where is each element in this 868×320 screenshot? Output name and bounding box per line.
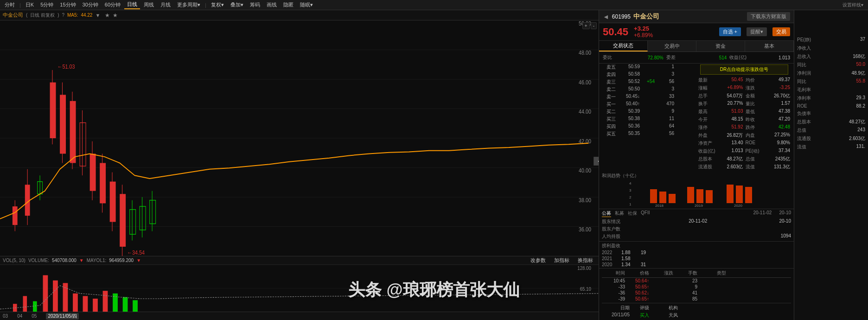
svg-rect-48	[150, 200, 156, 224]
chart-settings-btn[interactable]: 设置样线▾	[840, 1, 866, 9]
toolbar-period-0[interactable]: 分时	[2, 1, 18, 9]
vol-value: 540708.000	[52, 258, 77, 263]
toolbar-period-4[interactable]: 30分钟	[80, 1, 101, 9]
alert-btn[interactable]: 提醒▾	[747, 27, 767, 36]
weica-cell: 委差 514	[665, 54, 728, 61]
financial-header: 捞利盈收	[602, 243, 791, 249]
add-indicator-btn[interactable]: 加指标	[551, 256, 572, 264]
stat-neipan: 内盘 27.25%	[745, 132, 791, 139]
toolbar-ctrl-2[interactable]: 筹码	[247, 1, 263, 9]
toolbar-period-6[interactable]: 日线	[124, 0, 140, 9]
tab-trade-status[interactable]: 交易状态	[599, 41, 648, 51]
ob-sell2: 卖二 50.50 3	[602, 86, 696, 93]
extra-gross-margin: 毛利率	[796, 86, 866, 94]
toolbar-period-7[interactable]: 周线	[141, 1, 157, 9]
sh-tab-social[interactable]: 社保	[628, 210, 637, 217]
toolbar-period-1[interactable]: 日K	[23, 1, 37, 9]
date-2: 05	[32, 314, 37, 319]
tab-basic[interactable]: 基本	[745, 41, 794, 51]
ob-buy5: 买五 50.35 56	[602, 130, 696, 138]
svg-rect-62	[93, 299, 98, 312]
toolbar-period-5[interactable]: 60分钟	[102, 1, 123, 9]
mayol1-value: 964959.200	[109, 258, 134, 263]
svg-rect-65	[123, 297, 128, 312]
svg-rect-44	[130, 210, 136, 234]
svg-text:←34.54: ←34.54	[127, 249, 145, 256]
nav-back-arrow[interactable]: ◄	[603, 13, 609, 20]
date-0: 03	[3, 314, 8, 319]
svg-text:2019: 2019	[695, 204, 703, 208]
chart-ma-arrow: ▼	[95, 13, 100, 18]
svg-rect-74	[650, 189, 657, 203]
extra-total-shares: 总股本 48.27亿	[796, 118, 866, 126]
rt-row-1: -33 50.65↑ 9	[602, 284, 791, 290]
stats-pairs: 最新 50.45 均价 49.37 涨幅 +6.89% 涨跌	[697, 77, 791, 171]
ob-sell5: 卖五 50.59 1	[602, 64, 696, 71]
svg-text:36.00: 36.00	[579, 225, 591, 232]
volume-area: VOL(5, 10) VOLUME: 540708.000 ▼ MAYOL1: …	[0, 256, 599, 312]
sh-tab-private[interactable]: 私募	[615, 210, 624, 217]
svg-rect-22	[25, 185, 30, 216]
rt-row-0: 10:45 50.64↑ 23	[602, 278, 791, 284]
svg-text:1: 1	[629, 202, 632, 206]
svg-rect-75	[659, 192, 666, 203]
svg-rect-81	[736, 186, 743, 203]
chart-ma-value: 44.22	[81, 13, 92, 18]
mayol1-arrow: ▼	[136, 258, 141, 263]
toolbar-ctrl-0[interactable]: 复权▾	[208, 1, 227, 9]
svg-rect-20	[13, 206, 18, 225]
candlestick-svg: 50.00 48.00 46.00 44.00 42.00 40.00 38.0…	[0, 20, 599, 256]
sh-row-perhold: 人均持股 1094	[602, 233, 791, 240]
toolbar-period-9[interactable]: 更多周期▾	[174, 1, 203, 9]
candlestick-chart-wrapper[interactable]: 50.00 48.00 46.00 44.00 42.00 40.00 38.0…	[0, 20, 599, 256]
current-price: 50.45	[603, 26, 628, 38]
change-params-btn[interactable]: 改参数	[528, 256, 549, 264]
news-row-0: 日期 评级 机构	[602, 304, 791, 312]
download-btn[interactable]: 下载东方财富版	[747, 12, 790, 21]
svg-text:38.00: 38.00	[579, 197, 591, 204]
tab-trading[interactable]: 交易中	[648, 41, 696, 51]
toolbar-ctrl-1[interactable]: 叠加▾	[228, 1, 246, 9]
stat-dietingprice: 跌停 42.48	[745, 124, 791, 131]
toolbar-period-8[interactable]: 月线	[158, 1, 173, 9]
toolbar-period-3[interactable]: 15分钟	[57, 1, 78, 9]
stat-junjia: 均价 49.37	[745, 77, 791, 84]
stat-liutonggu: 流通股 2.603亿	[697, 163, 744, 171]
zoom-out-btn[interactable]: -	[591, 22, 597, 29]
right-panel: ◄ 601995 中金公司 下载东方财富版 50.45 +3.25 +6.89%…	[599, 10, 794, 320]
extra-debt-ratio: 负债率	[796, 110, 866, 117]
toolbar-ctrl-5[interactable]: 随眠▾	[297, 1, 316, 9]
svg-rect-29	[60, 95, 66, 154]
star-icon-2: ★	[113, 12, 118, 19]
toolbar-ctrl-4[interactable]: 隐匿	[281, 1, 296, 9]
sh-tab-qfii[interactable]: QFII	[641, 210, 650, 217]
switch-indicator-btn[interactable]: 换指标	[575, 256, 596, 264]
question-icon[interactable]: ?	[62, 13, 64, 18]
svg-text:3: 3	[629, 188, 632, 192]
toolbar-ctrl-3[interactable]: 画线	[264, 1, 280, 9]
svg-text:128.00: 128.00	[577, 266, 591, 271]
toolbar-period-2[interactable]: 5分钟	[38, 1, 56, 9]
svg-rect-46	[140, 206, 146, 230]
tab-capital[interactable]: 资金	[696, 41, 745, 51]
mayol1-label: MAYOL1:	[87, 258, 107, 263]
svg-rect-60	[73, 294, 78, 312]
svg-rect-26	[50, 83, 56, 138]
news-row-1: 20/11/05 买入 天风	[602, 312, 791, 319]
rt-header: 时间 价格 涨跌 手数 类型	[602, 269, 791, 278]
svg-rect-33	[80, 123, 86, 166]
svg-rect-63	[103, 291, 108, 312]
shouyie-cell: 收益(亿) 1.013	[728, 54, 791, 61]
self-select-btn[interactable]: 自选 +	[719, 27, 741, 36]
zoom-in-btn[interactable]: +	[582, 22, 590, 29]
webi-cell: 委比 72.80%	[602, 54, 664, 61]
ob-buy1: 买一 50.40↑ 470	[602, 101, 696, 108]
order-book: 卖五 50.59 1 卖四 50.58 3 卖三 50.52 +54	[602, 64, 696, 171]
vol-label: VOL(5, 10)	[3, 258, 26, 263]
price-change-abs: +3.25	[634, 25, 653, 32]
sh-tab-public[interactable]: 公募	[602, 210, 611, 217]
trade-btn[interactable]: 交易	[772, 27, 790, 36]
volume-chart[interactable]: 128.00 65.10	[0, 265, 599, 312]
svg-text:←51.03: ←51.03	[57, 63, 75, 70]
ob-sell1: 卖一 50.45↓ 33	[602, 93, 696, 101]
